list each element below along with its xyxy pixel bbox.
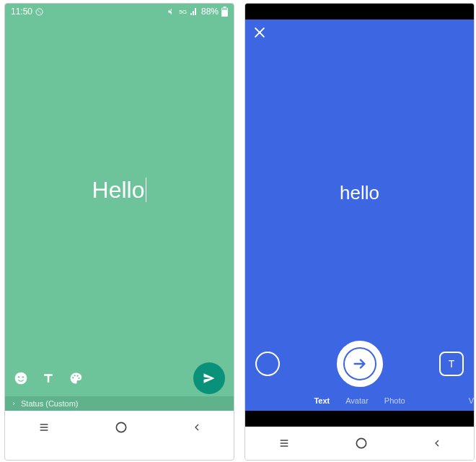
right-phone-status-composer: hello T Text Avatar Photo V [244, 3, 475, 461]
android-nav-bar [5, 411, 234, 444]
left-phone-whatsapp-status: 11:50 5G 88% [4, 3, 234, 461]
signal-icon [190, 7, 198, 16]
composed-text: Hello [92, 177, 145, 204]
svg-point-10 [74, 375, 76, 376]
chevron-right-icon [11, 399, 17, 408]
font-style-button[interactable]: T [439, 352, 464, 376]
svg-point-16 [116, 422, 125, 432]
svg-point-9 [72, 377, 74, 378]
text-cursor [146, 178, 146, 202]
tab-photo[interactable]: Photo [384, 396, 405, 405]
android-status-bar: 11:50 5G 88% [5, 4, 234, 19]
color-picker-button[interactable] [255, 352, 280, 376]
t-glyph: T [449, 358, 455, 370]
nav-back-button[interactable] [431, 437, 443, 449]
privacy-strip[interactable]: Status (Custom) [5, 396, 234, 411]
font-icon[interactable] [41, 371, 56, 385]
tab-video-cut[interactable]: V [469, 396, 474, 405]
network-icon: 5G [179, 9, 187, 15]
svg-point-7 [18, 376, 19, 378]
bottom-controls: T [245, 337, 474, 391]
no-sim-icon [35, 8, 43, 16]
close-icon[interactable] [252, 25, 267, 43]
text-input-area[interactable]: Hello [5, 19, 234, 360]
android-nav-bar [245, 427, 474, 460]
svg-point-8 [22, 376, 24, 378]
nav-recents-button[interactable] [37, 422, 51, 433]
svg-point-11 [76, 375, 78, 377]
svg-rect-5 [222, 9, 227, 10]
compose-toolbar [5, 360, 234, 396]
tab-text[interactable]: Text [314, 396, 330, 405]
nav-home-button[interactable] [114, 420, 128, 435]
send-button[interactable] [337, 341, 383, 387]
palette-icon[interactable] [69, 371, 83, 385]
tab-avatar[interactable]: Avatar [345, 396, 369, 405]
top-black-bar [245, 4, 474, 19]
battery-percent: 88% [201, 6, 219, 17]
svg-rect-4 [224, 6, 226, 8]
battery-icon [221, 6, 228, 17]
mute-icon [167, 7, 176, 16]
nav-back-button[interactable] [191, 422, 203, 433]
svg-point-12 [79, 378, 80, 379]
bottom-black-bar [245, 411, 474, 427]
svg-point-6 [15, 372, 27, 385]
status-clock: 11:50 [11, 6, 32, 17]
composed-text: hello [340, 182, 379, 204]
nav-home-button[interactable] [354, 436, 369, 450]
svg-point-23 [356, 438, 366, 448]
send-button[interactable] [193, 362, 225, 394]
nav-recents-button[interactable] [277, 437, 291, 449]
status-compose-canvas[interactable]: 11:50 5G 88% [5, 4, 234, 411]
mode-tabs: Text Avatar Photo V [245, 391, 474, 411]
svg-line-1 [38, 9, 42, 14]
privacy-label: Status (Custom) [21, 399, 78, 408]
emoji-icon[interactable] [14, 371, 28, 385]
text-input-area[interactable]: hello [245, 48, 474, 337]
blue-canvas[interactable]: hello T Text Avatar Photo V [245, 19, 474, 411]
